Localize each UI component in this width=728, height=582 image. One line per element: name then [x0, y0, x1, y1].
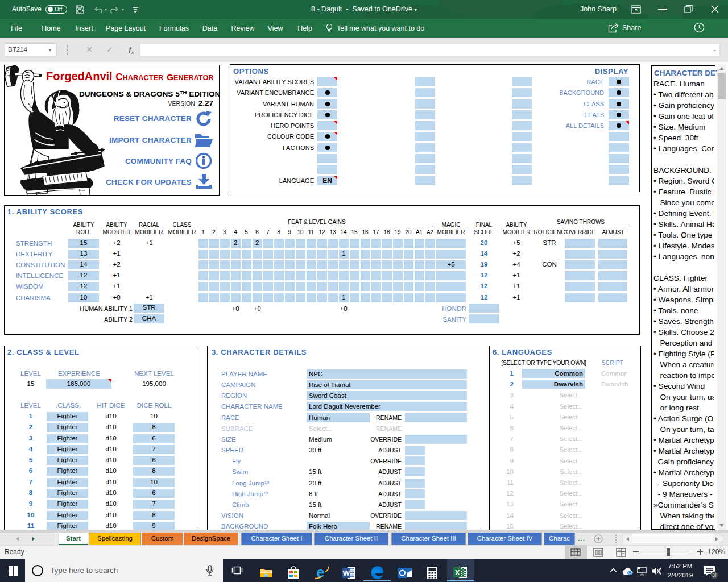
svg-text:X: X [455, 568, 460, 577]
svg-text:W: W [343, 569, 350, 577]
svg-text:3: 3 [713, 572, 716, 579]
